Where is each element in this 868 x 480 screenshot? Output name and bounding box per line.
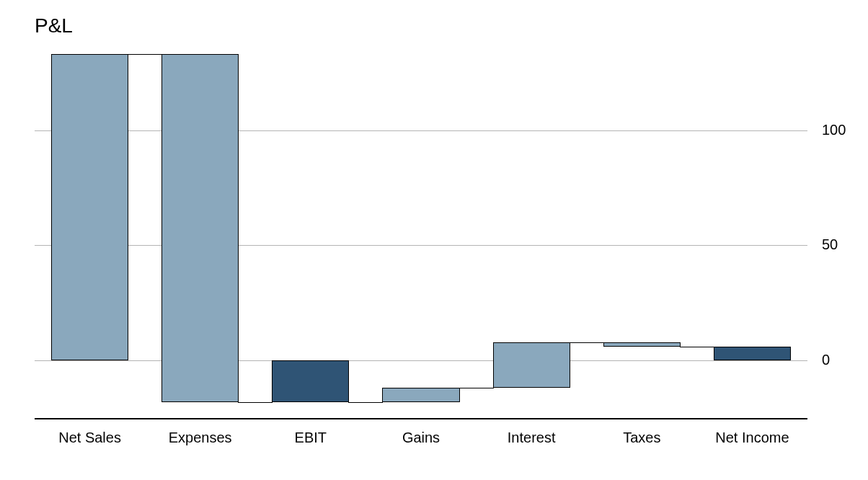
connector [570, 342, 604, 343]
chart-title: P&L [35, 14, 73, 37]
bar-gains [382, 388, 459, 401]
bar-net-income [714, 347, 791, 360]
x-axis-line [35, 418, 807, 419]
x-tick-label: Expenses [169, 430, 232, 446]
x-tick-label: Net Sales [58, 430, 121, 446]
bar-net-sales [51, 54, 128, 360]
y-tick-label: 50 [822, 236, 838, 253]
x-tick-label: Net Income [715, 430, 789, 446]
gridline [35, 130, 807, 131]
connector [238, 402, 273, 403]
y-tick-label: 100 [822, 122, 846, 138]
x-tick-label: EBIT [295, 430, 327, 446]
gridline [35, 245, 807, 246]
pnl-waterfall-chart: P&L 050100 Net SalesExpensesEBITGainsInt… [0, 0, 868, 480]
bar-taxes [603, 342, 681, 347]
connector [128, 54, 162, 55]
gridline [35, 360, 807, 361]
y-tick-label: 0 [822, 352, 830, 368]
bar-expenses [161, 54, 239, 401]
connector [348, 402, 383, 403]
plot-area [35, 52, 807, 418]
x-tick-label: Interest [508, 430, 556, 446]
x-tick-label: Taxes [623, 430, 660, 446]
connector [680, 347, 714, 347]
connector [459, 388, 494, 388]
bar-ebit [272, 360, 349, 402]
x-tick-label: Gains [402, 430, 440, 446]
bar-interest [493, 342, 570, 388]
